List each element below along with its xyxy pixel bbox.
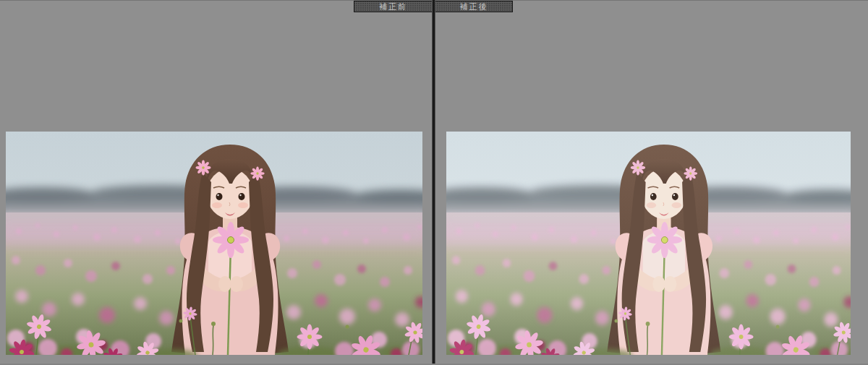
pane-divider	[432, 0, 435, 365]
after-pane-label: 補正後	[435, 1, 513, 12]
cosmos-portrait-scene-after	[446, 132, 851, 355]
cosmos-portrait-scene-before	[6, 132, 422, 355]
before-photo[interactable]	[6, 132, 422, 355]
before-pane-label: 補正前	[354, 1, 432, 12]
after-photo[interactable]	[446, 132, 851, 355]
compare-view: 補正前 補正後	[0, 0, 868, 365]
